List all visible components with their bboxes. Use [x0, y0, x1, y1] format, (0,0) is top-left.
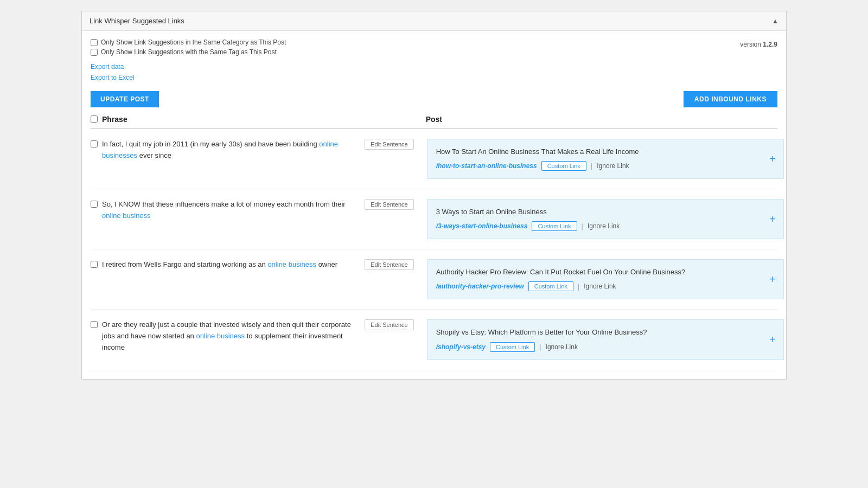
post-card: 3 Ways to Start an Online Business/3-way…	[427, 199, 784, 239]
table-row: In fact, I quit my job in 2011 (in my ea…	[91, 129, 777, 189]
select-all-checkbox[interactable]	[91, 115, 98, 123]
ignore-link-button[interactable]: Ignore Link	[597, 162, 629, 170]
custom-link-button[interactable]: Custom Link	[532, 221, 577, 231]
pipe-divider: |	[591, 162, 592, 170]
phrase-col: Or are they really just a couple that in…	[91, 319, 420, 353]
option-same-tag[interactable]: Only Show Link Suggestions with the Same…	[91, 48, 286, 56]
post-col: Shopify vs Etsy: Which Platform is Bette…	[427, 319, 784, 359]
pipe-divider: |	[582, 222, 583, 230]
post-col: 3 Ways to Start an Online Business/3-way…	[427, 199, 784, 239]
ignore-link-button[interactable]: Ignore Link	[584, 282, 616, 290]
post-slug: /how-to-start-an-online-business	[436, 162, 537, 170]
edit-sentence-button[interactable]: Edit Sentence	[365, 259, 414, 270]
post-card: How To Start An Online Business That Mak…	[427, 139, 784, 179]
options-row: Only Show Link Suggestions in the Same C…	[91, 38, 777, 84]
collapse-icon[interactable]: ▲	[772, 17, 778, 25]
edit-sentence-button[interactable]: Edit Sentence	[365, 199, 414, 210]
update-post-button[interactable]: UPDATE POST	[91, 91, 159, 107]
post-card: Authority Hacker Pro Review: Can It Put …	[427, 259, 784, 299]
custom-link-button[interactable]: Custom Link	[528, 281, 573, 291]
table-row: So, I KNOW that these influencers make a…	[91, 189, 777, 249]
post-card: Shopify vs Etsy: Which Platform is Bette…	[427, 319, 784, 359]
rows-container: In fact, I quit my job in 2011 (in my ea…	[91, 129, 777, 370]
post-slug: /3-ways-start-online-business	[436, 222, 528, 230]
post-title: 3 Ways to Start an Online Business	[436, 207, 775, 217]
post-meta-row: /shopify-vs-etsyCustom Link|Ignore Link	[436, 342, 775, 352]
phrase-link[interactable]: online business	[102, 211, 151, 220]
phrase-header-label: Phrase	[102, 115, 127, 124]
phrase-text: I retired from Wells Fargo and starting …	[102, 259, 360, 271]
table-row: I retired from Wells Fargo and starting …	[91, 249, 777, 310]
post-meta-row: /how-to-start-an-online-businessCustom L…	[436, 161, 775, 171]
post-slug: /authority-hacker-pro-review	[436, 282, 524, 290]
phrase-text: In fact, I quit my job in 2011 (in my ea…	[102, 139, 360, 162]
checkbox-same-category[interactable]	[91, 39, 98, 46]
checkbox-same-tag[interactable]	[91, 49, 98, 56]
post-title: Authority Hacker Pro Review: Can It Put …	[436, 267, 775, 277]
post-title: Shopify vs Etsy: Which Platform is Bette…	[436, 328, 775, 337]
pipe-divider: |	[539, 343, 541, 351]
post-title: How To Start An Online Business That Mak…	[436, 147, 775, 157]
custom-link-button[interactable]: Custom Link	[541, 161, 586, 171]
add-inbound-links-button[interactable]: ADD INBOUND LINKS	[684, 91, 777, 107]
option-same-category[interactable]: Only Show Link Suggestions in the Same C…	[91, 38, 286, 46]
post-slug: /shopify-vs-etsy	[436, 343, 486, 351]
version-label: version 1.2.9	[740, 41, 777, 48]
table-row: Or are they really just a couple that in…	[91, 310, 777, 370]
row-checkbox[interactable]	[91, 321, 98, 328]
export-links: Export data Export to Excel	[91, 61, 286, 84]
panel-body: Only Show Link Suggestions in the Same C…	[82, 31, 786, 115]
panel-header: Link Whisper Suggested Links ▲	[82, 11, 786, 31]
custom-link-button[interactable]: Custom Link	[490, 342, 535, 352]
phrase-col: I retired from Wells Fargo and starting …	[91, 259, 420, 271]
edit-sentence-button[interactable]: Edit Sentence	[365, 139, 414, 150]
expand-button[interactable]: +	[769, 274, 776, 285]
action-row: UPDATE POST ADD INBOUND LINKS	[91, 91, 777, 107]
phrase-col: So, I KNOW that these influencers make a…	[91, 199, 420, 222]
post-meta-row: /authority-hacker-pro-reviewCustom Link|…	[436, 281, 775, 291]
phrase-col: In fact, I quit my job in 2011 (in my ea…	[91, 139, 420, 162]
phrase-text: Or are they really just a couple that in…	[102, 319, 360, 353]
row-checkbox[interactable]	[91, 201, 98, 208]
options-left: Only Show Link Suggestions in the Same C…	[91, 38, 286, 84]
post-col: How To Start An Online Business That Mak…	[427, 139, 784, 179]
phrase-link[interactable]: online business	[267, 260, 316, 268]
expand-button[interactable]: +	[769, 334, 776, 345]
table-section: Phrase Post In fact, I quit my job in 20…	[82, 115, 786, 379]
export-data-link[interactable]: Export data	[91, 61, 286, 72]
expand-button[interactable]: +	[769, 153, 776, 164]
col-post-header: Post	[420, 115, 777, 124]
phrase-text: So, I KNOW that these influencers make a…	[102, 199, 360, 222]
row-checkbox[interactable]	[91, 140, 98, 147]
col-phrase-header: Phrase	[91, 115, 420, 124]
row-checkbox[interactable]	[91, 261, 98, 268]
ignore-link-button[interactable]: Ignore Link	[546, 343, 578, 351]
ignore-link-button[interactable]: Ignore Link	[588, 222, 620, 230]
version-number: 1.2.9	[763, 41, 777, 48]
table-header-row: Phrase Post	[91, 115, 777, 129]
phrase-link[interactable]: online business	[196, 332, 245, 340]
post-col: Authority Hacker Pro Review: Can It Put …	[427, 259, 784, 299]
phrase-link[interactable]: online businesses	[102, 140, 338, 159]
pipe-divider: |	[578, 282, 579, 291]
export-excel-link[interactable]: Export to Excel	[91, 72, 286, 83]
edit-sentence-button[interactable]: Edit Sentence	[365, 319, 414, 330]
expand-button[interactable]: +	[769, 214, 776, 224]
post-meta-row: /3-ways-start-online-businessCustom Link…	[436, 221, 775, 231]
panel-title: Link Whisper Suggested Links	[90, 17, 184, 25]
